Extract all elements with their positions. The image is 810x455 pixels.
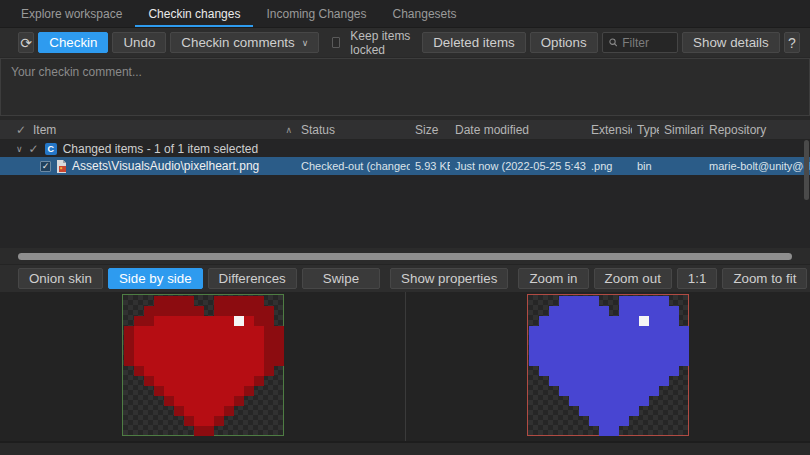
pixel-cell [639, 426, 649, 436]
select-all-check-icon[interactable]: ✓ [0, 123, 28, 137]
pixel-cell [599, 366, 609, 376]
pixel-cell [134, 296, 144, 306]
zoom-in-button[interactable]: Zoom in [518, 268, 588, 289]
pixel-cell [254, 386, 264, 396]
pixel-cell [204, 366, 214, 376]
pixel-cell [204, 426, 214, 436]
checkin-comments-dropdown[interactable]: Checkin comments ∨ [170, 32, 319, 53]
pixel-cell [184, 386, 194, 396]
pixel-cell [244, 336, 254, 346]
column-header-repository[interactable]: Repository [704, 123, 810, 137]
checkin-button[interactable]: Checkin [38, 32, 108, 53]
pixel-cell [144, 386, 154, 396]
pixel-cell [539, 386, 549, 396]
horizontal-scrollbar[interactable] [18, 253, 792, 260]
pixel-cell [254, 326, 264, 336]
pixel-cell [194, 296, 204, 306]
pixel-cell [214, 396, 224, 406]
row-checkbox[interactable]: ✓ [40, 161, 51, 172]
column-header-item[interactable]: Item [33, 123, 56, 137]
differences-button[interactable]: Differences [208, 268, 297, 289]
changed-items-badge-icon: C [45, 143, 57, 155]
keep-items-locked-checkbox[interactable] [332, 37, 340, 48]
pixel-cell [184, 376, 194, 386]
row-repository: marie-bolt@unity@clou [704, 160, 810, 172]
pixel-cell [204, 376, 214, 386]
pixel-cell [589, 366, 599, 376]
filter-input[interactable] [622, 36, 671, 50]
group-label: Changed items - 1 of 1 item selected [63, 142, 258, 156]
column-header-extension[interactable]: Extension [586, 123, 632, 137]
table-row[interactable]: ✓ Assets\VisualsAudio\pixelheart.png Che… [0, 157, 810, 175]
zoom-to-fit-button[interactable]: Zoom to fit [722, 268, 807, 289]
options-button[interactable]: Options [530, 32, 598, 53]
pixel-cell [569, 306, 579, 316]
pixel-cell [254, 416, 264, 426]
pixel-cell [679, 376, 689, 386]
pixel-cell [569, 416, 579, 426]
pixel-cell [599, 346, 609, 356]
pixel-cell [529, 366, 539, 376]
right-image-viewer[interactable] [405, 292, 810, 441]
pixel-cell [264, 306, 274, 316]
deleted-items-button[interactable]: Deleted items [422, 32, 526, 53]
pixel-cell [224, 416, 234, 426]
column-header-similarity[interactable]: Similarity [659, 123, 704, 137]
pixel-cell [669, 356, 679, 366]
show-details-button[interactable]: Show details [682, 32, 780, 53]
column-header-size[interactable]: Size [410, 123, 450, 137]
keep-items-locked-label: Keep items locked [350, 29, 414, 57]
pixel-cell [234, 406, 244, 416]
pixel-cell [264, 366, 274, 376]
pixel-cell [669, 316, 679, 326]
tab-checkin-changes[interactable]: Checkin changes [135, 0, 253, 27]
pixel-cell [549, 396, 559, 406]
pixel-cell [244, 366, 254, 376]
help-button[interactable]: ? [784, 32, 800, 53]
pixel-cell [589, 316, 599, 326]
pixel-cell [679, 326, 689, 336]
column-header-type[interactable]: Type [632, 123, 659, 137]
side-by-side-button[interactable]: Side by side [108, 268, 203, 289]
pixel-cell [609, 316, 619, 326]
one-to-one-button[interactable]: 1:1 [677, 268, 718, 289]
pixel-cell [264, 296, 274, 306]
pixel-cell [184, 296, 194, 306]
vertical-scrollbar[interactable] [804, 140, 809, 200]
pixel-cell [164, 396, 174, 406]
pixel-cell [184, 416, 194, 426]
pixel-cell [559, 306, 569, 316]
left-image-viewer[interactable] [0, 292, 405, 441]
zoom-out-button[interactable]: Zoom out [594, 268, 672, 289]
pixel-cell [529, 346, 539, 356]
group-expand-icon[interactable]: ∨ [16, 144, 23, 154]
pixel-cell [124, 406, 134, 416]
pixel-cell [579, 306, 589, 316]
tab-changesets[interactable]: Changesets [380, 0, 470, 27]
pixel-cell [224, 376, 234, 386]
pixel-cell [144, 296, 154, 306]
pixel-cell [679, 306, 689, 316]
column-header-date-modified[interactable]: Date modified [450, 123, 586, 137]
swipe-button[interactable]: Swipe [302, 268, 380, 289]
refresh-button[interactable]: ⟳ [18, 32, 34, 53]
pixel-cell [134, 416, 144, 426]
checkin-comment-input[interactable] [0, 58, 810, 116]
pixel-cell [669, 386, 679, 396]
column-header-status[interactable]: Status [296, 123, 410, 137]
changed-items-group-row[interactable]: ∨ ✓ C Changed items - 1 of 1 item select… [0, 140, 810, 157]
onion-skin-button[interactable]: Onion skin [18, 268, 103, 289]
group-check-icon[interactable]: ✓ [29, 142, 39, 156]
undo-button[interactable]: Undo [112, 32, 166, 53]
pixel-cell [124, 366, 134, 376]
tab-incoming-changes[interactable]: Incoming Changes [253, 0, 379, 27]
pixel-cell [274, 406, 284, 416]
pixel-cell [609, 366, 619, 376]
pixel-cell [234, 356, 244, 366]
pixel-cell [174, 366, 184, 376]
tab-explore-workspace[interactable]: Explore workspace [8, 0, 135, 27]
pixel-cell [529, 326, 539, 336]
show-properties-button[interactable]: Show properties [390, 268, 508, 289]
pixel-cell [669, 326, 679, 336]
pixel-cell [124, 396, 134, 406]
